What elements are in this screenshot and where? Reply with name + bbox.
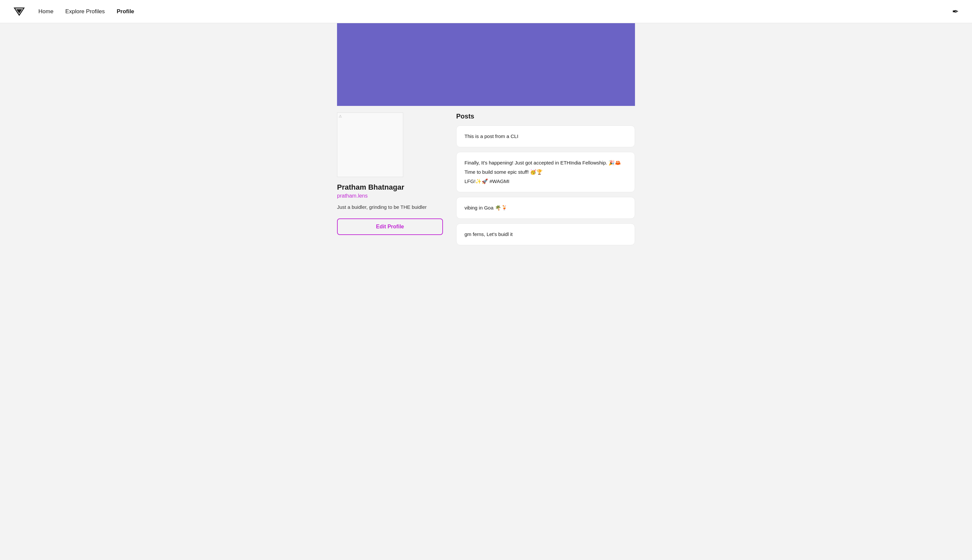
post-card-2: vibing in Goa 🌴🍹 [456,197,635,219]
logo-icon [13,6,25,18]
post-2-line-0: vibing in Goa 🌴🍹 [465,204,627,212]
nav-links: Home Explore Profiles Profile [38,8,952,15]
nav-profile[interactable]: Profile [117,8,134,15]
profile-bio: Just a buidler, grinding to be THE buidl… [337,203,443,210]
post-3-line-0: gm ferns, Let's buidl it [465,230,627,238]
nav-explore-profiles[interactable]: Explore Profiles [65,8,105,15]
logo[interactable] [13,6,25,18]
main-content: ⚠ Pratham Bhatnagar pratham.lens Just a … [337,106,635,270]
navbar: Home Explore Profiles Profile ✒ [0,0,972,23]
post-1-line-2: LFG!✨🚀 #WAGMI [465,177,627,185]
post-card-1: Finally, It's happening! Just got accept… [456,152,635,192]
posts-section: Posts This is a post from a CLI Finally,… [456,106,635,250]
posts-title: Posts [456,113,635,120]
post-1-line-0: Finally, It's happening! Just got accept… [465,159,627,167]
profile-name: Pratham Bhatnagar [337,183,443,192]
post-1-line-1: Time to build some epic stuff! 🥳🏆 [465,168,627,176]
post-card-3: gm ferns, Let's buidl it [456,223,635,245]
avatar: ⚠ [337,113,403,177]
left-sidebar: ⚠ Pratham Bhatnagar pratham.lens Just a … [337,106,443,250]
profile-handle[interactable]: pratham.lens [337,193,443,199]
edit-profile-button[interactable]: Edit Profile [337,218,443,235]
nav-home[interactable]: Home [38,8,53,15]
navbar-right: ✒ [952,7,959,16]
post-card-0: This is a post from a CLI [456,125,635,147]
cover-banner [337,23,635,106]
post-0-line-0: This is a post from a CLI [465,132,627,140]
pen-icon[interactable]: ✒ [952,7,959,16]
